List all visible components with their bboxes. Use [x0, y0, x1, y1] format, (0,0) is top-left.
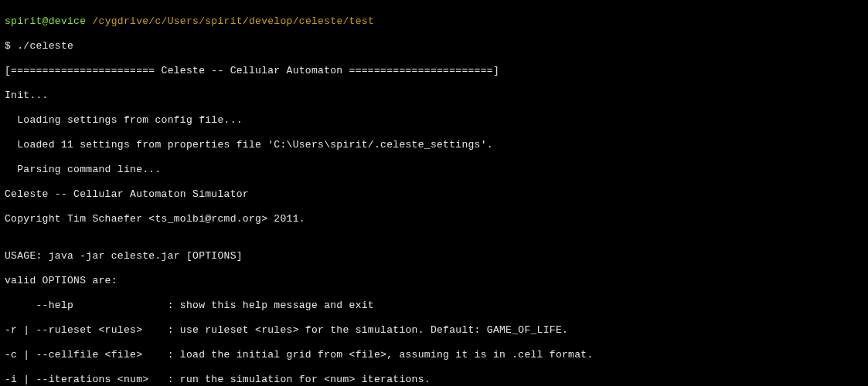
prompt-path: /cygdrive/c/Users/spirit/develop/celeste…	[92, 15, 374, 27]
output-line: Loading settings from config file...	[5, 114, 863, 127]
output-line: Celeste -- Cellular Automaton Simulator	[5, 188, 863, 201]
output-line: Init...	[5, 90, 863, 102]
output-line: --help : show this help message and exit	[5, 300, 863, 312]
command-line-1: $ ./celeste	[5, 40, 863, 52]
prompt-userhost: spirit@device	[5, 15, 86, 27]
prompt-dollar: $	[5, 40, 17, 52]
typed-command: ./celeste	[17, 40, 73, 52]
output-line: USAGE: java -jar celeste.jar [OPTIONS]	[5, 250, 863, 262]
prompt-line-1: spirit@device /cygdrive/c/Users/spirit/d…	[5, 15, 863, 28]
output-line: -c | --cellfile <file> : load the initia…	[5, 349, 863, 361]
output-line: Loaded 11 settings from properties file …	[5, 139, 863, 151]
output-line: [======================= Celeste -- Cell…	[5, 65, 863, 77]
output-line: -i | --iterations <num> : run the simula…	[5, 374, 863, 386]
output-line: valid OPTIONS are:	[5, 275, 863, 287]
output-line: Parsing command line...	[5, 164, 863, 176]
terminal[interactable]: spirit@device /cygdrive/c/Users/spirit/d…	[0, 0, 868, 386]
output-line: -r | --ruleset <rules> : use ruleset <ru…	[5, 324, 863, 337]
output-line: Copyright Tim Schaefer <ts_molbi@rcmd.or…	[5, 213, 863, 225]
